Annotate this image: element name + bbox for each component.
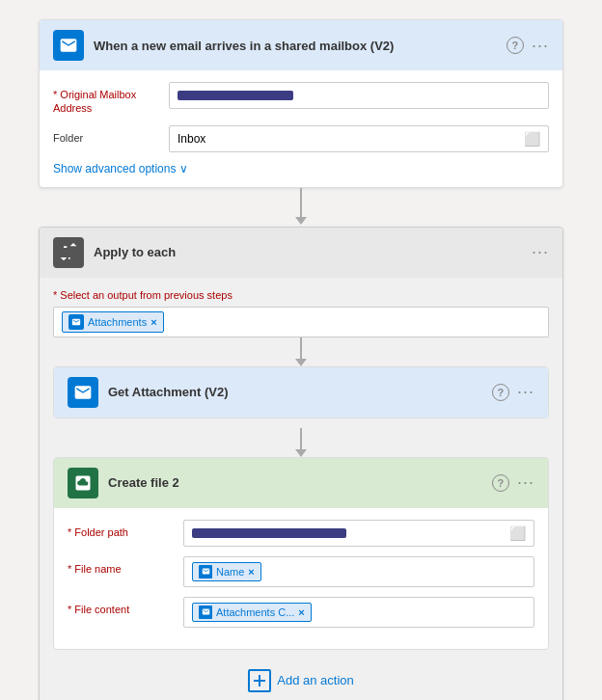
create-file-card: Create file 2 ? ··· * Folder path ⬜ <box>53 457 549 650</box>
file-content-tag-icon <box>199 606 212 619</box>
tag-email-icon <box>68 314 84 330</box>
mailbox-field-row: * Original MailboxAddress <box>53 82 549 116</box>
show-advanced-btn[interactable]: Show advanced options ∨ <box>53 162 549 175</box>
file-content-input[interactable]: Attachments C... × <box>183 597 534 628</box>
add-action-btn[interactable]: Add an action <box>53 660 549 700</box>
folder-field-row: Folder Inbox ⬜ <box>53 125 549 152</box>
select-output-input[interactable]: Attachments × <box>53 307 549 337</box>
show-advanced-label: Show advanced options <box>53 162 176 175</box>
connector-arrow-2 <box>295 359 307 366</box>
connector-arrow-3 <box>295 449 307 457</box>
folder-path-row: * Folder path ⬜ <box>68 520 534 547</box>
connector-1 <box>295 188 307 227</box>
apply-each-icon <box>53 237 84 268</box>
apply-each-more-icon[interactable]: ··· <box>532 242 549 262</box>
get-attachment-title: Get Attachment (V2) <box>108 385 482 399</box>
folder-value: Inbox <box>178 132 205 146</box>
attachments-tag-remove[interactable]: × <box>150 316 156 328</box>
file-content-tag: Attachments C... × <box>192 603 312 622</box>
file-content-row: * File content Attachments C... × <box>68 597 534 628</box>
create-file-icon <box>68 468 98 498</box>
file-content-label: * File content <box>68 597 174 616</box>
trigger-more-icon[interactable]: ··· <box>532 36 549 56</box>
get-attachment-header: Get Attachment (V2) ? ··· <box>54 367 548 417</box>
name-tag-remove[interactable]: × <box>248 566 254 578</box>
name-tag-icon <box>199 565 212 579</box>
create-file-actions: ? ··· <box>492 472 534 493</box>
folder-label: Folder <box>53 125 159 145</box>
connector-2 <box>53 337 549 366</box>
connector-arrow-1 <box>295 217 307 225</box>
mailbox-label: * Original MailboxAddress <box>53 82 159 116</box>
loop-icon <box>59 243 78 262</box>
create-file-body: * Folder path ⬜ * File name <box>54 508 548 649</box>
email-icon <box>59 36 78 55</box>
apply-each-header: Apply to each ··· <box>40 228 562 278</box>
get-attachment-actions: ? ··· <box>492 382 534 402</box>
file-content-tag-remove[interactable]: × <box>298 606 304 618</box>
trigger-title: When a new email arrives in a shared mai… <box>94 39 497 53</box>
apply-each-body: * Select an output from previous steps A… <box>40 278 562 700</box>
create-file-help-icon[interactable]: ? <box>492 474 509 492</box>
trigger-actions: ? ··· <box>506 36 549 56</box>
attachments-tag: Attachments × <box>62 311 164 333</box>
connector-3 <box>53 428 549 457</box>
apply-each-actions: ··· <box>532 242 549 262</box>
trigger-help-icon[interactable]: ? <box>506 37 524 54</box>
get-attachment-icon <box>68 377 98 408</box>
name-tag: Name × <box>192 562 261 581</box>
file-name-label: * File name <box>68 556 174 576</box>
file-content-tag-label: Attachments C... <box>216 606 294 618</box>
mailbox-input[interactable] <box>169 82 549 109</box>
folder-browse-icon[interactable]: ⬜ <box>524 131 540 147</box>
folder-path-browse-icon[interactable]: ⬜ <box>509 525 526 541</box>
chevron-down-icon: ∨ <box>179 162 188 175</box>
add-action-icon <box>248 669 271 692</box>
trigger-header: When a new email arrives in a shared mai… <box>40 20 562 70</box>
trigger-body: * Original MailboxAddress Folder Inbox ⬜… <box>40 70 562 187</box>
get-attachment-help-icon[interactable]: ? <box>492 384 509 401</box>
connector-line-1 <box>300 188 302 217</box>
create-file-more-icon[interactable]: ··· <box>517 472 534 493</box>
create-file-title: Create file 2 <box>108 475 482 490</box>
trigger-card: When a new email arrives in a shared mai… <box>39 19 563 188</box>
add-action-label: Add an action <box>277 673 354 687</box>
connector-line-2 <box>300 337 302 359</box>
file-name-row: * File name Name × <box>68 556 534 587</box>
connector-line-3 <box>300 428 302 449</box>
folder-input[interactable]: Inbox ⬜ <box>169 125 549 152</box>
mailbox-redacted <box>178 91 293 100</box>
apply-each-card: Apply to each ··· * Select an output fro… <box>39 227 563 700</box>
trigger-icon <box>53 30 84 61</box>
get-attachment-more-icon[interactable]: ··· <box>517 382 534 402</box>
folder-path-redacted <box>192 528 346 538</box>
get-attachment-card: Get Attachment (V2) ? ··· <box>53 366 549 418</box>
apply-each-title: Apply to each <box>94 245 522 259</box>
attachments-tag-label: Attachments <box>88 316 147 328</box>
select-output-label: * Select an output from previous steps <box>53 289 549 301</box>
folder-path-label: * Folder path <box>68 520 174 539</box>
flow-container: When a new email arrives in a shared mai… <box>39 19 563 700</box>
folder-path-input[interactable]: ⬜ <box>183 520 534 547</box>
name-tag-label: Name <box>216 566 244 578</box>
file-name-input[interactable]: Name × <box>183 556 534 587</box>
create-file-header: Create file 2 ? ··· <box>54 458 548 508</box>
